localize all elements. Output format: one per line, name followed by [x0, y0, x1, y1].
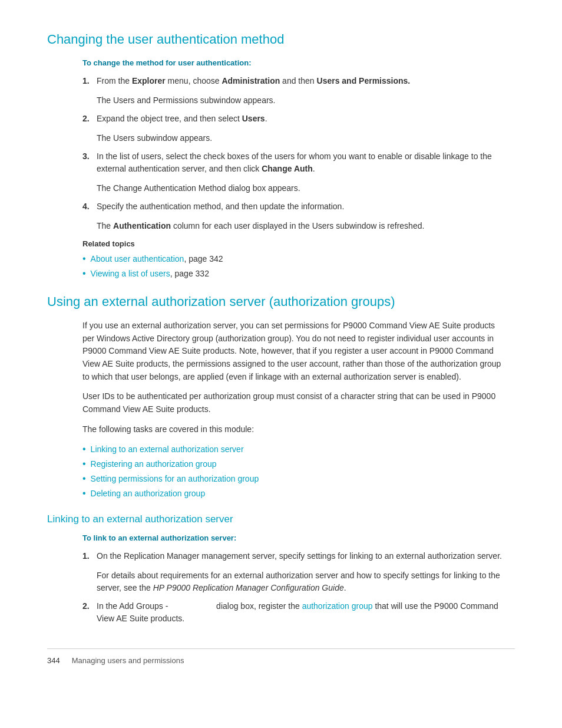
- step-1: 1. From the Explorer menu, choose Admini…: [82, 75, 515, 87]
- viewing-list-users-link[interactable]: Viewing a list of users: [91, 269, 170, 278]
- section2-task-links: • Linking to an external authorization s…: [47, 443, 515, 500]
- step-4-body: Specify the authentication method, and t…: [97, 200, 515, 213]
- step-1-bold-users: Users and Permissions.: [317, 76, 411, 85]
- auth-group-inline-link[interactable]: authorization group: [302, 601, 373, 611]
- section2-body2: User IDs to be authenticated per authori…: [47, 390, 515, 416]
- task-bullet-4: •: [82, 487, 86, 500]
- page-footer: 344 Managing users and permissions: [47, 648, 515, 667]
- bullet-dot-2: •: [82, 268, 86, 280]
- section1-steps-list: 1. From the Explorer menu, choose Admini…: [47, 75, 515, 87]
- sub-step-1: 1. On the Replication Manager management…: [82, 550, 515, 562]
- setting-permissions-link[interactable]: Setting permissions for an authorization…: [91, 473, 259, 485]
- page-container: Changing the user authentication method …: [0, 0, 562, 728]
- step-1-num: 1.: [82, 75, 97, 87]
- section1-related-links: • About user authentication, page 342 • …: [47, 253, 515, 280]
- step-1-note: The Users and Permissions subwindow appe…: [47, 94, 515, 107]
- deleting-auth-group-link[interactable]: Deleting an authorization group: [91, 487, 206, 500]
- step-4: 4. Specify the authentication method, an…: [82, 200, 515, 213]
- section1-steps-list-4: 4. Specify the authentication method, an…: [47, 200, 515, 213]
- subsection-title: Linking to an external authorization ser…: [47, 512, 515, 527]
- footer-page-number: 344: [47, 655, 60, 667]
- related-link-2: • Viewing a list of users, page 332: [82, 268, 515, 280]
- step-4-note: The Authentication column for each user …: [47, 220, 515, 232]
- task-link-1: • Linking to an external authorization s…: [82, 443, 515, 456]
- subsection-steps-1: 1. On the Replication Manager management…: [47, 550, 515, 562]
- step-1-body: From the Explorer menu, choose Administr…: [97, 75, 515, 87]
- step-2-num: 2.: [82, 113, 97, 125]
- footer-text: Managing users and permissions: [72, 655, 184, 667]
- task-link-4: • Deleting an authorization group: [82, 487, 515, 500]
- sub-step-1-note: For details about requirements for an ex…: [47, 569, 515, 594]
- step-2-bold-users: Users: [242, 114, 265, 123]
- step-3-body: In the list of users, select the check b…: [97, 150, 515, 175]
- section1-steps-list-3: 3. In the list of users, select the chec…: [47, 150, 515, 175]
- step-3-num: 3.: [82, 150, 97, 175]
- sub-step-2-num: 2.: [82, 600, 97, 625]
- task-bullet-2: •: [82, 458, 86, 470]
- section1-title: Changing the user authentication method: [47, 29, 515, 49]
- step-1-bold-explorer: Explorer: [132, 76, 166, 85]
- section2-body1: If you use an external authorization ser…: [47, 319, 515, 383]
- subsection-steps-2: 2. In the Add Groups - dialog box, regis…: [47, 600, 515, 625]
- step-3: 3. In the list of users, select the chec…: [82, 150, 515, 175]
- sub-step-2-body: In the Add Groups - dialog box, register…: [97, 600, 515, 625]
- registering-auth-group-link[interactable]: Registering an authorization group: [91, 458, 217, 470]
- step-1-bold-admin: Administration: [222, 76, 280, 85]
- bullet-dot-1: •: [82, 253, 86, 265]
- step-4-bold-auth: Authentication: [113, 221, 171, 230]
- subsection-procedure-heading: To link to an external authorization ser…: [47, 532, 515, 544]
- task-link-3: • Setting permissions for an authorizati…: [82, 473, 515, 485]
- about-user-auth-link[interactable]: About user authentication: [91, 254, 184, 263]
- related-link-1-text: About user authentication, page 342: [91, 253, 223, 265]
- sub-step-2: 2. In the Add Groups - dialog box, regis…: [82, 600, 515, 625]
- section1-procedure-heading: To change the method for user authentica…: [47, 57, 515, 69]
- related-link-2-text: Viewing a list of users, page 332: [91, 268, 209, 280]
- section2-body3: The following tasks are covered in this …: [47, 423, 515, 436]
- step-2-body: Expand the object tree, and then select …: [97, 113, 515, 125]
- section2-title: Using an external authorization server (…: [47, 292, 515, 311]
- step-3-note: The Change Authentication Method dialog …: [47, 182, 515, 195]
- task-link-2: • Registering an authorization group: [82, 458, 515, 470]
- config-guide-ref: HP P9000 Replication Manager Configurati…: [153, 583, 344, 592]
- task-bullet-3: •: [82, 473, 86, 485]
- step-2-note: The Users subwindow appears.: [47, 132, 515, 144]
- sub-step-1-body: On the Replication Manager management se…: [97, 550, 515, 562]
- step-4-num: 4.: [82, 200, 97, 213]
- related-link-1: • About user authentication, page 342: [82, 253, 515, 265]
- related-topics-label: Related topics: [47, 238, 515, 250]
- step-2: 2. Expand the object tree, and then sele…: [82, 113, 515, 125]
- section1-steps-list-2: 2. Expand the object tree, and then sele…: [47, 113, 515, 125]
- linking-external-auth-link[interactable]: Linking to an external authorization ser…: [91, 443, 244, 456]
- task-bullet-1: •: [82, 443, 86, 456]
- sub-step-1-num: 1.: [82, 550, 97, 562]
- step-3-bold-change-auth: Change Auth: [262, 164, 313, 173]
